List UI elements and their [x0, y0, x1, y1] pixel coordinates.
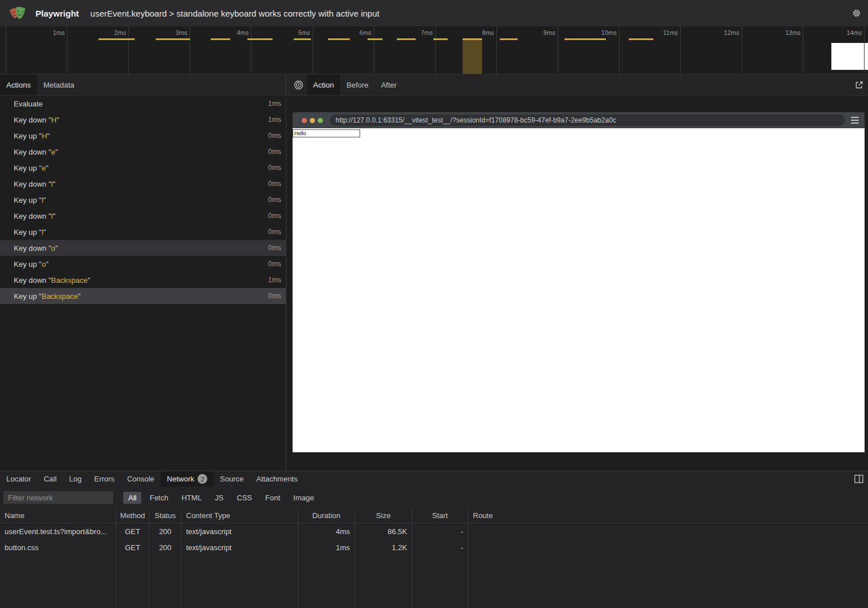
column-header-duration: Duration [298, 508, 355, 523]
filter-chip-css[interactable]: CSS [232, 492, 258, 504]
timeline-gridline [496, 26, 497, 74]
network-cell: 86.5K [355, 523, 412, 539]
tab-actions[interactable]: Actions [0, 74, 37, 95]
menu-icon [851, 117, 859, 124]
action-duration: 0ms [268, 260, 281, 268]
column-header-name: Name [0, 508, 116, 523]
timeline-gridline [680, 26, 681, 74]
action-row[interactable]: Key up "e"0ms [0, 160, 286, 176]
tab-after[interactable]: After [374, 74, 403, 95]
external-link-icon[interactable] [855, 81, 863, 89]
action-key-value: H [51, 116, 56, 124]
timeline-selection [463, 38, 482, 74]
filter-chip-fetch[interactable]: Fetch [144, 492, 173, 504]
timeline-gridline [313, 26, 313, 74]
network-filler-cell [0, 555, 116, 608]
network-row[interactable]: button.cssGET200text/javascript1ms1.2K- [0, 539, 868, 555]
action-row[interactable]: Key down "H"1ms [0, 112, 286, 128]
network-filler-cell [355, 555, 412, 608]
network-filler-cell [412, 555, 468, 608]
timeline-gridline [6, 26, 6, 74]
action-row[interactable]: Evaluate1ms [0, 96, 286, 112]
tab-metadata[interactable]: Metadata [37, 74, 81, 95]
action-row[interactable]: Key down "l"0ms [0, 176, 286, 192]
panel-layout-toggle-icon[interactable] [854, 475, 863, 483]
green-dot-icon [318, 118, 323, 123]
timeline-action-bar [328, 38, 350, 40]
filter-chip-image[interactable]: Image [288, 492, 319, 504]
tab-before[interactable]: Before [340, 74, 374, 95]
app-name: Playwright [35, 9, 79, 18]
tab-locator[interactable]: Locator [0, 471, 37, 487]
tab-label: Console [127, 475, 155, 483]
timeline-tick-label: 3ms [141, 29, 187, 37]
action-label: Key up "Backspace" [14, 292, 81, 301]
tab-action[interactable]: Action [307, 74, 340, 95]
column-header-route: Route [468, 508, 868, 523]
network-cell: text/javascript [182, 523, 298, 539]
tab-call[interactable]: Call [37, 471, 62, 487]
tab-errors[interactable]: Errors [88, 471, 120, 487]
action-row[interactable]: Key up "H"0ms [0, 128, 286, 144]
network-filter-input[interactable] [3, 491, 113, 504]
app-header: Playwright userEvent.keyboard > standalo… [0, 0, 868, 26]
red-dot-icon [302, 118, 307, 123]
action-row[interactable]: Key up "o"0ms [0, 256, 286, 272]
action-duration: 0ms [268, 164, 281, 172]
tab-label: Locator [6, 475, 31, 483]
tab-label: Errors [94, 475, 114, 483]
network-cell: GET [116, 523, 149, 539]
filter-chip-js[interactable]: JS [210, 492, 228, 504]
network-cell [468, 539, 868, 555]
timeline-tick-label: 1ms [19, 29, 65, 37]
action-row[interactable]: Key down "Backspace"1ms [0, 272, 286, 288]
snapshot-url-bar: http://127.0.0.1:63315/__vitest_test__/?… [330, 115, 845, 126]
tab-network[interactable]: Network2 [161, 471, 214, 487]
timeline-tick-label: 4ms [203, 29, 248, 37]
timeline[interactable]: 1ms2ms3ms4ms5ms6ms7ms8ms9ms10ms11ms12ms1… [0, 26, 868, 74]
network-cell: 200 [149, 539, 182, 555]
tab-attachments[interactable]: Attachments [250, 471, 303, 487]
timeline-tick-label: 10ms [571, 29, 617, 37]
details-tabbar: LocatorCallLogErrorsConsoleNetwork2Sourc… [0, 471, 868, 487]
tab-label: Source [220, 475, 243, 483]
network-row[interactable]: userEvent.test.ts?import&bro...GET200tex… [0, 523, 868, 539]
action-row[interactable]: Key down "e"0ms [0, 144, 286, 160]
tab-log[interactable]: Log [63, 471, 88, 487]
tab-label: Log [69, 475, 82, 483]
timeline-gridline [619, 26, 620, 74]
action-label: Key up "e" [14, 164, 49, 172]
network-table-filler [0, 555, 868, 608]
action-label: Key down "Backspace" [14, 276, 90, 285]
action-key-value: e [51, 148, 55, 156]
action-duration: 0ms [268, 292, 281, 300]
tab-console[interactable]: Console [121, 471, 161, 487]
timeline-tick-label: 7ms [387, 29, 433, 37]
action-key-value: l [51, 180, 53, 188]
pick-locator-button[interactable] [290, 74, 307, 95]
snapshot-text-input[interactable]: Hello [293, 129, 360, 137]
timeline-action-bar [629, 38, 653, 40]
dom-snapshot[interactable]: http://127.0.0.1:63315/__vitest_test__/?… [293, 112, 865, 452]
snapshot-page[interactable]: Hello [293, 128, 865, 452]
action-row[interactable]: Key up "l"0ms [0, 224, 286, 240]
timeline-action-bar [294, 38, 311, 40]
action-row[interactable]: Key down "l"0ms [0, 208, 286, 224]
tab-source[interactable]: Source [214, 471, 250, 487]
timeline-action-bar [397, 38, 416, 40]
network-table-header: NameMethodStatusContent TypeDurationSize… [0, 508, 868, 523]
trace-title: userEvent.keyboard > standalone keyboard… [90, 9, 380, 18]
timeline-action-bar [156, 38, 190, 40]
timeline-action-bar [211, 38, 230, 40]
column-header-method: Method [116, 508, 149, 523]
action-row[interactable]: Key up "l"0ms [0, 192, 286, 208]
gear-icon[interactable] [851, 8, 862, 18]
network-filler-cell [298, 555, 355, 608]
filter-chip-all[interactable]: All [123, 492, 141, 504]
action-row[interactable]: Key down "o"0ms [0, 240, 286, 256]
action-row[interactable]: Key up "Backspace"0ms [0, 288, 286, 304]
timeline-tick-label: 2ms [80, 29, 126, 37]
filter-chip-html[interactable]: HTML [176, 492, 207, 504]
action-duration: 1ms [268, 100, 281, 108]
filter-chip-font[interactable]: Font [260, 492, 285, 504]
